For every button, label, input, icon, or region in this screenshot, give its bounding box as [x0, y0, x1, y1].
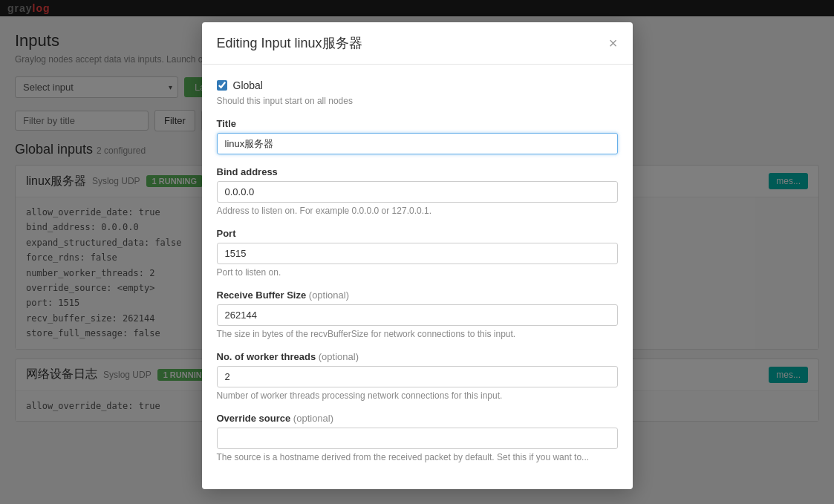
input-title[interactable] [217, 133, 618, 154]
global-row: Global [217, 79, 618, 91]
form-group-override-source: Override source (optional) The source is… [217, 413, 618, 431]
input-override-source[interactable] [217, 428, 618, 431]
modal: Editing Input linux服务器 × Global Should t… [202, 22, 633, 431]
label-worker-threads: No. of worker threads (optional) [217, 351, 618, 362]
input-worker-threads[interactable] [217, 366, 618, 387]
global-label: Global [233, 79, 263, 91]
form-group-bind-address: Bind address Address to listen on. For e… [217, 166, 618, 216]
optional-tag-source: (optional) [293, 413, 333, 424]
hint-buffer-size: The size in bytes of the recvBufferSize … [217, 329, 618, 339]
global-hint: Should this input start on all nodes [217, 96, 618, 106]
form-group-title: Title [217, 118, 618, 154]
label-title: Title [217, 118, 618, 129]
form-group-worker-threads: No. of worker threads (optional) Number … [217, 351, 618, 401]
modal-overlay: Editing Input linux服务器 × Global Should t… [0, 0, 834, 431]
label-override-source: Override source (optional) [217, 413, 618, 424]
input-bind-address[interactable] [217, 181, 618, 203]
modal-close-button[interactable]: × [609, 36, 618, 50]
label-bind-address: Bind address [217, 166, 618, 177]
label-buffer-size: Receive Buffer Size (optional) [217, 289, 618, 301]
input-buffer-size[interactable] [217, 304, 618, 326]
form-group-buffer-size: Receive Buffer Size (optional) The size … [217, 289, 618, 339]
optional-tag-buffer: (optional) [309, 289, 349, 301]
hint-port: Port to listen on. [217, 267, 618, 278]
modal-title: Editing Input linux服务器 [217, 34, 362, 52]
optional-tag-threads: (optional) [319, 351, 359, 362]
label-port: Port [217, 228, 618, 239]
global-checkbox[interactable] [217, 80, 227, 91]
modal-header: Editing Input linux服务器 × [202, 22, 633, 65]
modal-body: Global Should this input start on all no… [202, 65, 633, 431]
hint-bind-address: Address to listen on. For example 0.0.0.… [217, 206, 618, 216]
hint-worker-threads: Number of worker threads processing netw… [217, 390, 618, 401]
form-group-port: Port Port to listen on. [217, 228, 618, 278]
input-port[interactable] [217, 243, 618, 264]
